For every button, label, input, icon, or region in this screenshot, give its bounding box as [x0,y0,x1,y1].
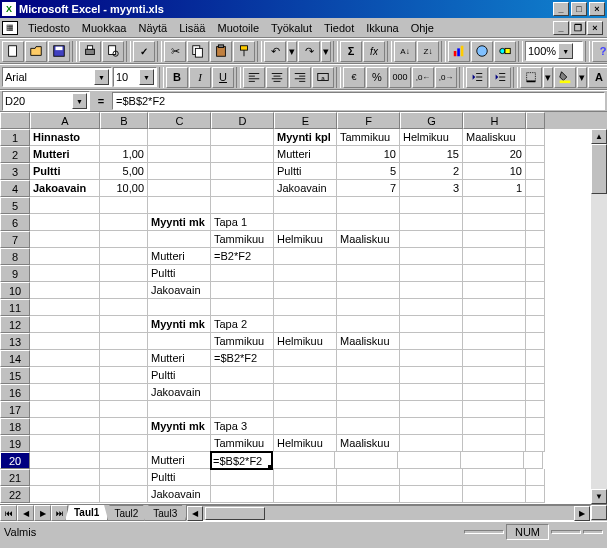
doc-restore-button[interactable]: ❐ [570,21,586,35]
cells-area[interactable]: HinnastoMyynti kplTammikuuHelmikuuMaalis… [30,129,545,504]
cell-H9[interactable] [463,265,526,282]
cell-A2[interactable]: Mutteri [30,146,100,163]
cell-H19[interactable] [463,435,526,452]
workbook-icon[interactable]: ▦ [2,21,18,35]
vscroll-thumb[interactable] [591,144,607,194]
cell-E21[interactable] [274,469,337,486]
menu-file[interactable]: Tiedosto [22,21,76,35]
col-header-D[interactable]: D [211,112,274,129]
cell-H1[interactable]: Maaliskuu [463,129,526,146]
cell-A6[interactable] [30,214,100,231]
cell-E15[interactable] [274,367,337,384]
formula-input[interactable]: =$B$2*F2 [112,92,605,110]
doc-minimize-button[interactable]: _ [553,21,569,35]
cell-F13[interactable]: Maaliskuu [337,333,400,350]
cell-E6[interactable] [274,214,337,231]
cell-H14[interactable] [463,350,526,367]
cell-B4[interactable]: 10,00 [100,180,148,197]
cell-C18[interactable]: Myynti mk [148,418,211,435]
paste-icon[interactable] [210,41,232,62]
cell-I21[interactable] [526,469,545,486]
decrease-decimal-icon[interactable]: ,0→ [435,67,457,88]
cell-G16[interactable] [400,384,463,401]
cell-G18[interactable] [400,418,463,435]
cell-F22[interactable] [337,486,400,503]
cell-D17[interactable] [211,401,274,418]
cell-A7[interactable] [30,231,100,248]
menu-data[interactable]: Tiedot [318,21,360,35]
row-header-2[interactable]: 2 [0,146,30,163]
cell-A22[interactable] [30,486,100,503]
cell-I5[interactable] [526,197,545,214]
row-header-21[interactable]: 21 [0,469,30,486]
help-icon[interactable]: ? [592,41,607,62]
cell-I20[interactable] [524,452,543,469]
cell-D5[interactable] [211,197,274,214]
sheet-tab-2[interactable]: Taul2 [105,505,147,521]
align-center-icon[interactable] [266,67,288,88]
cell-G14[interactable] [400,350,463,367]
save-icon[interactable] [48,41,70,62]
cell-F11[interactable] [337,299,400,316]
format-painter-icon[interactable] [233,41,255,62]
cell-G9[interactable] [400,265,463,282]
cell-E18[interactable] [274,418,337,435]
cell-F15[interactable] [337,367,400,384]
cell-I13[interactable] [526,333,545,350]
cell-B3[interactable]: 5,00 [100,163,148,180]
cell-I19[interactable] [526,435,545,452]
cell-H11[interactable] [463,299,526,316]
borders-dropdown-icon[interactable]: ▾ [543,67,553,88]
cell-A5[interactable] [30,197,100,214]
cell-G3[interactable]: 2 [400,163,463,180]
cell-I18[interactable] [526,418,545,435]
menu-format[interactable]: Muotoile [211,21,265,35]
cell-F3[interactable]: 5 [337,163,400,180]
cell-D3[interactable] [211,163,274,180]
cell-A8[interactable] [30,248,100,265]
cell-A1[interactable]: Hinnasto [30,129,100,146]
cell-I9[interactable] [526,265,545,282]
cell-A15[interactable] [30,367,100,384]
cell-C1[interactable] [148,129,211,146]
cell-I2[interactable] [526,146,545,163]
row-header-8[interactable]: 8 [0,248,30,265]
close-button[interactable]: × [589,2,605,16]
row-header-11[interactable]: 11 [0,299,30,316]
cell-E16[interactable] [274,384,337,401]
cell-I3[interactable] [526,163,545,180]
cell-A13[interactable] [30,333,100,350]
cell-F5[interactable] [337,197,400,214]
cell-C10[interactable]: Jakoavain [148,282,211,299]
cell-E3[interactable]: Pultti [274,163,337,180]
cell-G11[interactable] [400,299,463,316]
cell-C19[interactable] [148,435,211,452]
redo-icon[interactable]: ↷ [298,41,320,62]
cell-D20[interactable]: =$B$2*F2 [210,451,273,470]
align-left-icon[interactable] [243,67,265,88]
cell-A12[interactable] [30,316,100,333]
cell-H15[interactable] [463,367,526,384]
cell-B9[interactable] [100,265,148,282]
cell-B11[interactable] [100,299,148,316]
row-header-13[interactable]: 13 [0,333,30,350]
redo-dropdown-icon[interactable]: ▾ [321,41,331,62]
cell-H21[interactable] [463,469,526,486]
cell-C8[interactable]: Mutteri [148,248,211,265]
currency-icon[interactable]: € [343,67,365,88]
merge-center-icon[interactable]: a [312,67,334,88]
cell-H6[interactable] [463,214,526,231]
font-color-icon[interactable]: A [588,67,607,88]
menu-help[interactable]: Ohje [405,21,440,35]
cell-D22[interactable] [211,486,274,503]
autosum-icon[interactable]: Σ [340,41,362,62]
cell-I4[interactable] [526,180,545,197]
cell-D15[interactable] [211,367,274,384]
cell-A9[interactable] [30,265,100,282]
cell-C13[interactable] [148,333,211,350]
chart-wizard-icon[interactable] [448,41,470,62]
cell-B7[interactable] [100,231,148,248]
cell-I10[interactable] [526,282,545,299]
minimize-button[interactable]: _ [553,2,569,16]
sheet-tab-3[interactable]: Taul3 [144,505,186,521]
